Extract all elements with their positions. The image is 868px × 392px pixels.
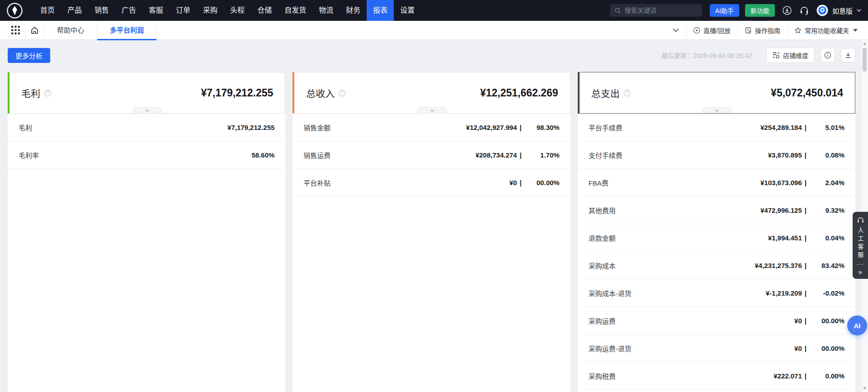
tab-help-center[interactable]: 帮助中心 [44, 21, 97, 40]
collapse-notch[interactable] [703, 107, 731, 113]
metric-value: ¥4,231,275.376|83.42% [755, 262, 844, 269]
scrollbar-thumb[interactable] [863, 48, 867, 72]
dimension-switch-icon [773, 52, 780, 59]
customer-service-panel[interactable]: 人工客服 » [853, 212, 868, 279]
metric-row: 毛利率58.60% [8, 141, 285, 169]
apps-grid-icon[interactable] [11, 26, 20, 34]
metric-amount: ¥0 [509, 179, 517, 186]
nav-item-sales[interactable]: 销售 [88, 0, 115, 21]
card-rows: 平台手续费¥254,289.184|5.01%支付手续费¥3,870.895|0… [578, 114, 855, 392]
headset-icon [857, 216, 864, 224]
collapse-notch[interactable] [133, 107, 162, 113]
nav-item-logistics[interactable]: 物流 [312, 0, 340, 21]
main-menu: 首页产品销售广告客服订单采购头程仓储自发货物流财务报表设置 [34, 0, 421, 21]
metric-row: 退款金额¥1,994.451|0.04% [578, 224, 855, 252]
card-header-gross-profit: 毛利¥7,179,212.255 [8, 72, 285, 114]
metric-value: ¥208,734.274|1.70% [476, 151, 560, 159]
metric-amount: ¥103,673.096 [760, 179, 802, 186]
metric-row: 毛利¥7,179,212.255 [8, 114, 285, 141]
card-total-revenue: 总收入¥12,251,662.269销售金额¥12,042,927.994|98… [292, 72, 570, 392]
store-dimension-label: 店铺维度 [783, 51, 808, 60]
nav-item-orders[interactable]: 订单 [170, 0, 197, 21]
info-button[interactable] [821, 48, 835, 62]
card-total-value: ¥7,179,212.255 [201, 87, 273, 99]
collapse-panel-button[interactable]: » [853, 266, 868, 277]
home-icon[interactable] [30, 26, 39, 34]
nav-item-settings[interactable]: 设置 [394, 0, 421, 21]
metric-value: ¥254,289.184|5.01% [760, 124, 844, 131]
metric-percent: 0.08% [807, 151, 844, 159]
download-center-icon[interactable] [782, 5, 792, 15]
metric-value: ¥1,994.451|0.04% [768, 234, 844, 242]
metric-value: ¥472,996.125|9.32% [760, 206, 844, 214]
tab-multi-platform-profit[interactable]: 多平台利润 [97, 21, 156, 40]
nav-item-home[interactable]: 首页 [34, 0, 61, 21]
ai-floating-button[interactable]: AI [847, 316, 867, 335]
global-search[interactable] [610, 4, 702, 17]
nav-item-warehouse[interactable]: 仓储 [251, 0, 278, 21]
metric-row: 支付手续费¥3,870.895|0.08% [578, 141, 855, 169]
more-analysis-button[interactable]: 更多分析 [8, 48, 50, 63]
collapse-notch[interactable] [418, 107, 447, 113]
metric-row: 销售金额¥12,042,927.994|98.30% [292, 114, 570, 141]
nav-item-finance[interactable]: 财务 [340, 0, 367, 21]
metric-label: 销售运费 [303, 150, 330, 160]
chevron-down-icon[interactable] [672, 27, 679, 34]
store-dimension-button[interactable]: 店铺维度 [766, 48, 815, 63]
nav-item-ads[interactable]: 广告 [115, 0, 142, 21]
metric-amount: ¥12,042,927.994 [466, 124, 517, 131]
metric-label: 采购运费-退货 [589, 344, 632, 353]
quick-link-live-replay[interactable]: 直播/回放 [686, 21, 737, 40]
metric-label: 销售金额 [303, 123, 330, 132]
metric-percent: -0.02% [807, 289, 844, 297]
metric-value: ¥0|00.00% [509, 179, 560, 186]
metric-value: ¥0|00.00% [794, 317, 844, 325]
metric-amount: ¥0 [794, 317, 802, 325]
scroll-up-arrow-icon[interactable] [863, 42, 867, 45]
report-toolbar: 更多分析 最后更新：2025-09-04 08:25:42 店铺维度 [0, 40, 868, 63]
nav-item-products[interactable]: 产品 [61, 0, 88, 21]
quick-link-favorites[interactable]: 常用功能收藏夹 [788, 21, 864, 40]
metric-row: 采购运费-退货¥0|00.00% [578, 335, 855, 362]
metric-percent: 9.32% [807, 206, 844, 214]
search-input[interactable] [625, 7, 698, 14]
headset-icon[interactable] [799, 5, 809, 15]
nav-item-reports[interactable]: 报表 [367, 0, 394, 21]
metric-row: 采购运费¥0|00.00% [578, 307, 855, 335]
new-feature-button[interactable]: 新功能 [745, 4, 775, 17]
quick-link-user-guide[interactable]: 操作指南 [738, 21, 787, 40]
edition-label[interactable]: 如意版 [832, 6, 853, 15]
chevron-down-icon[interactable] [856, 9, 862, 12]
card-title: 毛利 [21, 86, 52, 100]
metric-label: 平台手续费 [589, 123, 623, 132]
user-avatar[interactable] [816, 5, 828, 16]
metric-percent: 98.30% [522, 124, 560, 131]
chevron-down-icon [145, 109, 150, 112]
ai-assistant-button[interactable]: AI助手 [710, 4, 739, 17]
last-update-timestamp: 最后更新：2025-09-04 08:25:42 [661, 51, 752, 60]
metric-amount: ¥208,734.274 [476, 151, 517, 159]
download-button[interactable] [841, 48, 855, 62]
metric-label: FBA费 [589, 178, 609, 187]
toolbar-right-cluster: 最后更新：2025-09-04 08:25:42 店铺维度 [661, 48, 855, 63]
card-title: 总支出 [591, 86, 631, 100]
card-title-text: 总收入 [306, 86, 335, 100]
scroll-down-arrow-icon[interactable] [863, 387, 867, 390]
metric-label: 采购成本-退货 [589, 288, 632, 298]
nav-item-purchasing[interactable]: 采购 [197, 0, 224, 21]
metric-label: 采购税费 [589, 371, 616, 381]
nav-item-customer-service[interactable]: 客服 [142, 0, 170, 21]
app-logo[interactable] [6, 2, 23, 19]
metric-value: ¥222.071|0.00% [774, 372, 844, 380]
open-tabs: 帮助中心多平台利润 [44, 21, 157, 40]
metric-value: ¥12,042,927.994|98.30% [466, 124, 560, 131]
caret-down-icon [853, 29, 858, 32]
metric-row: 其他费用¥472,996.125|9.32% [578, 196, 855, 224]
nav-item-self-fulfillment[interactable]: 自发货 [278, 0, 312, 21]
metric-percent: 0.00% [807, 372, 844, 380]
quick-links: 直播/回放操作指南常用功能收藏夹 [686, 21, 864, 40]
nav-item-first-leg[interactable]: 头程 [224, 0, 251, 21]
metric-label: 采购成本 [589, 261, 616, 270]
metric-value: ¥-1,219.209|-0.02% [766, 289, 844, 297]
metric-percent: 5.01% [807, 124, 844, 131]
